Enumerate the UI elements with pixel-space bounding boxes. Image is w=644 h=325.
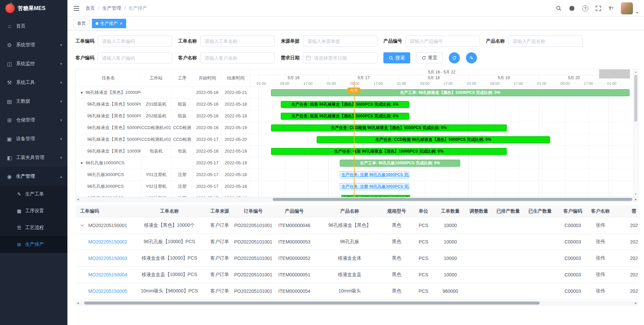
table-horizontal-scrollbar[interactable]: ◀ ▶ [75, 301, 638, 306]
scroll-up-arrow-icon[interactable]: ▲ [634, 70, 638, 73]
horizontal-scroll-thumb[interactable] [84, 302, 540, 305]
gantt-task-row[interactable]: 96孔移液盒【黑色】10000PCS包装机包装2022-05-162022-05… [76, 146, 250, 157]
avatar[interactable] [621, 2, 633, 14]
gantt-vertical-scrollbar[interactable]: ▲ ▼ [633, 69, 638, 197]
scroll-right-arrow-icon[interactable]: ▶ [635, 302, 637, 305]
demand-date-input[interactable] [303, 52, 377, 63]
product-name-input[interactable] [508, 36, 583, 47]
cell-source: 客户订单 [206, 272, 233, 278]
gantt-task-row[interactable]: 96孔孔板3000PCSY02注塑机注塑2022-05-172022-05-18 [76, 181, 250, 193]
search-icon[interactable] [556, 5, 561, 11]
source-doc-input[interactable] [303, 36, 377, 47]
gantt-task-row[interactable]: 96孔移液盒【黑色】5000PCSCCD检测机#01CCD检测2022-05-1… [76, 122, 250, 134]
sidebar-item-system-tools[interactable]: ⚒系统工具▾ [0, 73, 67, 92]
product-no-input[interactable] [406, 36, 480, 47]
chevron-down-icon[interactable] [80, 223, 88, 227]
vertical-scroll-thumb[interactable] [634, 75, 637, 122]
gantt-task-row[interactable]: 96孔移液盒【黑色】5000PCSZ01组装机组装2022-05-162022-… [76, 99, 250, 110]
gantt-bar[interactable]: 生产工单: 96孔移液盒【黑色】10000PCS 完成比例: 0% [271, 89, 630, 96]
scroll-left-arrow-icon[interactable]: ◀ [77, 302, 79, 305]
filter-demand-date: 需求日期 [281, 52, 377, 63]
workorder-code-link[interactable]: MO202205150003 [88, 256, 127, 261]
hamburger-icon[interactable] [73, 6, 79, 11]
gantt-task-row[interactable]: 96孔移液盒【黑色】5000PCSCCD检测机#02CCD检测2022-05-1… [76, 134, 250, 146]
workorder-name-input[interactable] [200, 36, 275, 47]
cell-process: 包装 [171, 146, 193, 157]
sidebar-item-master-data[interactable]: ▤主数据▾ [0, 92, 67, 111]
horizontal-scroll-thumb[interactable] [273, 198, 633, 201]
tab-home[interactable]: 首页 [73, 19, 90, 28]
scroll-down-arrow-icon[interactable]: ▼ [634, 193, 638, 196]
breadcrumb-item[interactable]: 首页 [86, 5, 95, 11]
workorder-table-header: 工单编码工单名称工单来源订单编号产品编号产品名称规格型号单位工单数量调整数量已排… [75, 205, 638, 217]
cell-start-time: 2022-05-17 [193, 193, 222, 197]
reset-button[interactable]: 重置 [416, 52, 443, 63]
gantt-task-row[interactable]: 96孔移液盒【黑色】5000PCSZ02组装机组装2022-05-162022-… [76, 110, 250, 122]
cell-product_name: 移液盒盒盖 [315, 272, 384, 278]
table-row[interactable]: MO20220515000296孔孔板【10000】PCS客户订单PO20220… [75, 234, 638, 250]
table-row[interactable]: MO202205150004移液盒盒盖【10000】PCS客户订单PO20220… [75, 267, 638, 283]
sidebar-item-warehouse[interactable]: ⊞仓储管理▾ [0, 111, 67, 129]
gantt-task-row[interactable]: 96孔孔板3000PCSY01注塑机注塑2022-05-172022-05-18 [76, 169, 250, 181]
tab-scheduling[interactable]: 生产排产× [92, 19, 126, 28]
search-button[interactable]: 搜索 [383, 52, 410, 63]
refresh-button[interactable] [449, 52, 460, 63]
gantt-bar[interactable]: 生产任务: 注塑 96孔孔板3000PCS 完成比例: 0% [340, 183, 409, 190]
gantt-hour-row: 01:0009:0017:0001:0009:0017:0001:0009:00… [250, 81, 633, 87]
gantt-bar[interactable]: 生产任务: CCD检测 96孔移液盒【黑色】5000PCS 完成比例: 0% [317, 136, 550, 143]
workorder-code-link[interactable]: MO202205150001 [88, 223, 127, 228]
cell-workstation: 包装机 [141, 146, 171, 157]
edit-button[interactable]: ✎ [466, 52, 477, 63]
sidebar-item-system-monitor[interactable]: ◫系统监控▾ [0, 54, 67, 73]
today-line [354, 81, 355, 197]
table-row[interactable]: MO20220515000510mm吸头【960000】PCS客户订单PO202… [75, 283, 638, 300]
gantt-bar[interactable]: 生产任务: 注塑 96孔孔板3000PCS 完成比例: 0% [340, 171, 409, 178]
workorder-code-link[interactable]: MO202205150002 [88, 239, 127, 245]
table-row[interactable]: MO202205150001移液盒【黑色】10000个客户订单PO2022051… [75, 217, 638, 234]
sidebar-subitem-process-flow[interactable]: ☰工艺流程 [0, 219, 67, 236]
gantt-bar[interactable]: 生产任务: 注塑 96孔孔板3000PCS 完成比例: 0% [341, 195, 411, 197]
workorder-table: 工单编码工单名称工单来源订单编号产品编号产品名称规格型号单位工单数量调整数量已排… [75, 205, 638, 300]
sidebar-item-equipment[interactable]: ▣设备管理▾ [0, 129, 67, 148]
scroll-right-arrow-icon[interactable]: ▶ [635, 198, 637, 201]
customer-code-input[interactable] [98, 52, 172, 63]
sidebar-item-fixture[interactable]: ◧工装夹具管理▾ [0, 148, 67, 167]
app-logo[interactable]: 苦糖果MES [0, 0, 67, 17]
sidebar-item-home[interactable]: ⌂首页 [0, 17, 67, 36]
sidebar-subitem-scheduling[interactable]: ⊞生产排产 [0, 236, 67, 253]
gantt-bar[interactable]: 生产工单: 96孔孔板10000PCS 完成比例: 0% [340, 160, 460, 167]
scroll-left-arrow-icon[interactable]: ◀ [77, 198, 79, 201]
gantt-bar[interactable]: 生产任务: 包装 96孔移液盒【黑色】10000PCS 完成比例: 0% [271, 148, 507, 155]
close-icon[interactable]: × [120, 21, 122, 26]
gantt-horizontal-scrollbar[interactable]: ◀ ▶ [75, 197, 638, 202]
table-row[interactable]: MO202205150003移液盒盒体【10000】PCS客户订单PO20220… [75, 250, 638, 267]
tools-icon: ⚒ [5, 79, 13, 86]
sidebar-item-production[interactable]: ◉生产管理▴ [0, 167, 67, 186]
gantt-task-row[interactable]: ▼96孔移液盒【黑色】10000PCS2022-05-162022-05-21 [76, 87, 250, 99]
workorder-code-link[interactable]: MO202205150005 [88, 288, 127, 294]
caret-down-icon[interactable]: ▼ [80, 161, 84, 165]
workorder-code-link[interactable]: MO202205150004 [88, 272, 127, 277]
workorder-code-input[interactable] [98, 36, 172, 47]
question-icon[interactable]: ? [582, 5, 588, 11]
fullscreen-icon[interactable] [596, 6, 601, 11]
sidebar-item-system-mgmt[interactable]: ⚙系统管理▾ [0, 36, 67, 54]
font-size-icon[interactable]: TT [608, 6, 613, 11]
sidebar-subitem-process-setting[interactable]: ▦工序设置 [0, 203, 67, 219]
gantt-bar[interactable]: 生产任务: CCD检测 96孔移液盒【黑色】5000PCS 完成比例: 0% [271, 124, 507, 131]
gantt-bar[interactable]: 生产任务: 组装 96孔移液盒【黑色】5000PCS 完成比例: 0% [281, 101, 409, 108]
breadcrumb-item[interactable]: 生产管理 [102, 5, 121, 11]
cell-unit: PCS [409, 288, 438, 294]
caret-down-icon[interactable]: ▼ [80, 91, 84, 95]
gantt-task-row[interactable]: 96孔孔板3000PCSY03注塑机注塑2022-05-172022-05-18 [76, 193, 250, 197]
sidebar-subitem-work-order[interactable]: ✎生产工单 [0, 186, 67, 203]
github-icon[interactable] [569, 5, 575, 11]
cell-spec: 黑色 [384, 222, 409, 228]
gantt-bar[interactable]: 生产任务: 组装 96孔移液盒【黑色】5000PCS 完成比例: 0% [281, 113, 409, 120]
customer-name-input[interactable] [200, 52, 275, 63]
table-column-header: 调整数量 [463, 208, 495, 214]
sidebar-subitem-label: 生产工单 [25, 191, 44, 197]
cell-workstation: Y03注塑机 [141, 193, 171, 197]
sidebar-item-label: 系统监控 [16, 61, 35, 67]
gantt-task-row[interactable]: ▼96孔孔板10000PCS2022-05-172022-05-19 [76, 157, 250, 169]
